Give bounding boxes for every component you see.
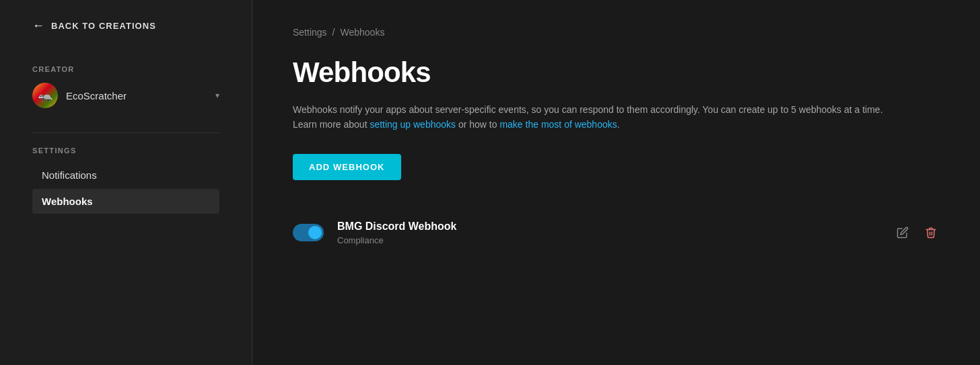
toggle-track[interactable] bbox=[293, 224, 324, 241]
edit-icon bbox=[897, 227, 909, 239]
delete-webhook-button[interactable] bbox=[922, 224, 940, 241]
edit-webhook-button[interactable] bbox=[894, 224, 911, 241]
creator-name: EcoScratcher bbox=[66, 90, 207, 102]
webhook-type: Compliance bbox=[337, 235, 880, 245]
breadcrumb-separator: / bbox=[332, 27, 335, 38]
webhook-name: BMG Discord Webhook bbox=[337, 220, 880, 233]
toggle-thumb bbox=[308, 226, 322, 239]
settings-section: SETTINGS Notifications Webhooks bbox=[0, 147, 252, 215]
back-arrow-icon: ← bbox=[32, 19, 44, 33]
creator-section-label: CREATOR bbox=[32, 65, 219, 73]
main-content: Settings / Webhooks Webhooks Webhooks no… bbox=[252, 0, 980, 365]
avatar: 🦡 bbox=[32, 83, 58, 108]
description-text-2: or how to bbox=[456, 119, 499, 130]
webhook-actions bbox=[894, 224, 940, 241]
setting-up-webhooks-link[interactable]: setting up webhooks bbox=[370, 119, 456, 130]
delete-icon bbox=[925, 227, 937, 239]
settings-section-label: SETTINGS bbox=[32, 147, 219, 155]
webhook-info: BMG Discord Webhook Compliance bbox=[337, 220, 880, 245]
sidebar-item-webhooks[interactable]: Webhooks bbox=[32, 189, 219, 214]
page-description: Webhooks notify your apps about server-s… bbox=[293, 102, 899, 132]
make-most-of-webhooks-link[interactable]: make the most of webhooks bbox=[499, 119, 617, 130]
add-webhook-button[interactable]: ADD WEBHOOK bbox=[293, 154, 401, 180]
webhook-toggle[interactable] bbox=[293, 224, 324, 241]
breadcrumb-settings-link[interactable]: Settings bbox=[293, 27, 327, 38]
back-to-creations-label: BACK TO CREATIONS bbox=[51, 21, 156, 31]
description-text-3: . bbox=[617, 119, 620, 130]
breadcrumb-current: Webhooks bbox=[340, 27, 384, 38]
creator-profile[interactable]: 🦡 EcoScratcher ▾ bbox=[32, 83, 219, 108]
sidebar-item-notifications[interactable]: Notifications bbox=[32, 163, 219, 188]
webhook-list: BMG Discord Webhook Compliance bbox=[293, 207, 940, 259]
creator-section: CREATOR 🦡 EcoScratcher ▾ bbox=[0, 52, 252, 119]
sidebar: ← BACK TO CREATIONS CREATOR 🦡 EcoScratch… bbox=[0, 0, 252, 365]
chevron-down-icon: ▾ bbox=[215, 91, 219, 100]
breadcrumb: Settings / Webhooks bbox=[293, 27, 940, 38]
webhook-item: BMG Discord Webhook Compliance bbox=[293, 207, 940, 259]
back-to-creations-link[interactable]: ← BACK TO CREATIONS bbox=[0, 0, 252, 52]
avatar-image: 🦡 bbox=[32, 83, 58, 108]
divider bbox=[32, 132, 219, 133]
page-title: Webhooks bbox=[293, 56, 940, 89]
